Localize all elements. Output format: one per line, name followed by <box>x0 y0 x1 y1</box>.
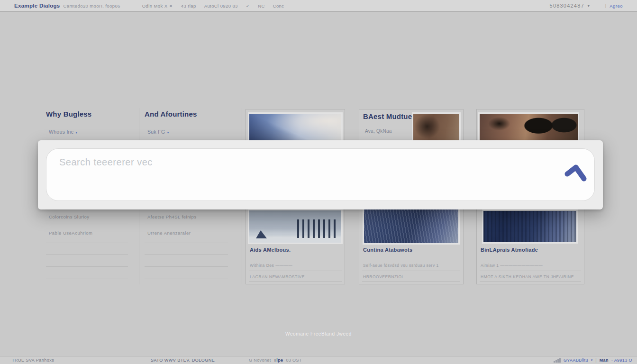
top-menu-item-3[interactable]: AutoCl 0920 83 <box>204 3 238 9</box>
app-window: Example Dialogs Camtedo20 mooH. foop86 O… <box>0 0 637 364</box>
status-badge[interactable]: · A9913 O <box>611 356 632 364</box>
divider <box>249 271 342 271</box>
status-bar: TRUE SVA Panhoxs SATO WWV BTEV. DOLOGNE … <box>0 356 637 364</box>
top-menu: Odin Mok X ✕ 43 rlap AutoCl 0920 83 ✓ NC… <box>142 3 284 9</box>
column-heading: Why Bugless <box>46 110 91 118</box>
status-menu-link[interactable]: Man <box>600 356 609 364</box>
card-meta: HRROOVEERNZIOI <box>363 274 458 279</box>
divider <box>145 224 228 224</box>
divider <box>362 281 460 282</box>
column-filter-dropdown[interactable]: Suk FG▾ <box>147 129 169 135</box>
footer-link[interactable]: Weomane FreeBland Jweed <box>0 331 637 337</box>
divider <box>249 281 342 282</box>
divider <box>480 271 581 271</box>
status-right-prefix: G Novonet <box>249 358 271 363</box>
brand-subtitle: Camtedo20 mooH. foop86 <box>64 3 120 9</box>
account-link[interactable]: GYAABBlitu <box>564 356 588 364</box>
chevron-down-icon: ▾ <box>75 130 77 135</box>
divider <box>46 266 128 267</box>
chevron-down-icon[interactable]: ▾ <box>588 4 590 8</box>
phone-number: 5083042487 <box>550 3 584 9</box>
filter-label: Whous Inc <box>49 129 73 135</box>
machinery-photo[interactable] <box>478 112 579 144</box>
list-item[interactable]: Afeetse Ph4SL feinips <box>147 214 197 219</box>
divider <box>46 254 128 255</box>
card-title[interactable]: Cuntina Atabawots <box>363 247 412 253</box>
top-menu-item-6[interactable]: Conc <box>273 3 284 9</box>
card-meta: LAGRAN NEWAMBOSTIVE. <box>250 274 340 279</box>
top-bar-right: 5083042487 ▾ | Agreo <box>550 3 623 9</box>
list-item[interactable]: Colorcoins Slurioy <box>49 214 90 219</box>
divider <box>145 243 228 243</box>
card-title[interactable]: BinLAprais Atmofiade <box>481 247 538 253</box>
top-menu-item-5[interactable]: NC <box>258 3 265 9</box>
status-left-text: TRUE SVA Panhoxs <box>12 356 54 364</box>
divider <box>480 281 581 282</box>
sky-photo[interactable] <box>248 112 343 144</box>
list-item[interactable]: Pable UseAcuhriom <box>49 230 92 236</box>
divider <box>145 254 228 255</box>
forest-texture <box>483 211 576 242</box>
divider <box>145 279 228 279</box>
peak-silhouette <box>256 230 267 238</box>
column-heading: And Afourtines <box>145 110 197 118</box>
divider <box>362 271 460 271</box>
thumbnail-photo[interactable] <box>412 112 461 144</box>
card-meta: Withina Des ———— <box>250 263 340 268</box>
top-menu-item-4[interactable]: ✓ <box>246 3 250 9</box>
status-right-text: G Novonet Tipe 03 OST <box>249 356 302 364</box>
card-title[interactable]: Aids AMelbous. <box>250 247 291 253</box>
status-far-right: GYAABBlitu ▾ | Man · A9913 O <box>554 356 632 364</box>
top-menu-item-1[interactable]: Odin Mok X ✕ <box>142 3 173 9</box>
top-menu-item-2[interactable]: 43 rlap <box>181 3 196 9</box>
status-right-suffix: 03 OST <box>286 358 301 363</box>
section-subheading: Ava, QkNaa <box>365 128 392 134</box>
signal-bars-icon <box>554 358 561 363</box>
forest-photo[interactable] <box>482 209 578 244</box>
search-field <box>46 148 595 201</box>
night-mountain-photo[interactable] <box>363 208 460 245</box>
mountain-photo[interactable] <box>248 209 343 244</box>
divider: | <box>595 356 596 364</box>
status-center-text: SATO WWV BTEV. DOLOGNE <box>151 356 215 364</box>
card-meta: Aimiaw 1 —————————— <box>481 263 579 268</box>
card-meta: Self-aeue fdsvdsd vsu ssrduau serv 1 <box>363 263 458 268</box>
divider <box>46 224 128 224</box>
divider: | <box>605 3 606 8</box>
snow-texture <box>364 209 458 243</box>
filter-label: Suk FG <box>147 129 165 135</box>
divider <box>46 279 128 279</box>
card-meta: HMOT A SIKTH KEOHAN AWE TN JHEAIRINE <box>481 274 579 279</box>
section-heading: BAest Mudtues <box>363 112 416 120</box>
angled-arrow-icon[interactable] <box>564 162 589 182</box>
top-bar: Example Dialogs Camtedo20 mooH. foop86 O… <box>0 0 637 12</box>
chevron-down-icon[interactable]: ▾ <box>591 356 593 364</box>
search-input[interactable] <box>46 149 594 200</box>
chevron-down-icon: ▾ <box>167 130 169 135</box>
status-right-emphasis: Tipe <box>274 358 283 363</box>
divider <box>46 243 128 243</box>
column-filter-dropdown[interactable]: Whous Inc▾ <box>49 129 78 135</box>
search-dialog <box>38 140 603 209</box>
top-bar-link[interactable]: Agreo <box>610 3 623 9</box>
divider <box>145 266 228 267</box>
brand-title[interactable]: Example Dialogs <box>14 3 60 9</box>
trees-silhouette <box>297 219 336 238</box>
list-item[interactable]: Urrene Anenzaraler <box>147 230 191 236</box>
